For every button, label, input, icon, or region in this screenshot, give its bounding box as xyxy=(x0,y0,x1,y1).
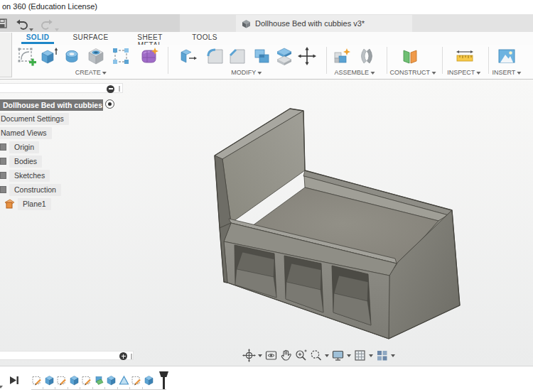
group-label-text: ASSEMBLE xyxy=(334,69,369,76)
browser-item-construction[interactable]: Construction xyxy=(9,184,61,196)
group-label-modify[interactable]: MODIFY xyxy=(231,69,262,76)
timeline-feature-loft[interactable] xyxy=(119,375,129,386)
timeline-feature-extrude[interactable] xyxy=(44,375,55,386)
timeline-feature-sketch[interactable] xyxy=(131,375,141,386)
new-component-button[interactable] xyxy=(331,45,352,67)
tab-surface[interactable]: SURFACE xyxy=(71,33,110,41)
skip-to-end-button[interactable] xyxy=(9,375,20,388)
folder-icon[interactable] xyxy=(0,143,6,151)
group-label-create[interactable]: CREATE xyxy=(75,69,107,76)
display-settings-button[interactable] xyxy=(331,349,345,362)
browser-item-named-views[interactable]: Named Views xyxy=(0,127,52,139)
window-title: on 360 (Education License) xyxy=(2,2,97,11)
timeline-track[interactable] xyxy=(31,389,166,390)
tab-tools[interactable]: TOOLS xyxy=(189,33,220,41)
timeline-tick xyxy=(80,387,80,390)
collapse-browser-button[interactable] xyxy=(107,85,114,93)
radio-dot-icon xyxy=(108,102,112,106)
rectangular-pattern-button[interactable] xyxy=(110,45,131,67)
orbit-button[interactable] xyxy=(242,349,256,362)
fillet-button[interactable] xyxy=(205,45,226,67)
extrude-feature-icon xyxy=(69,375,80,386)
measure-icon xyxy=(454,45,475,67)
browser-item-origin[interactable]: Origin xyxy=(9,141,39,153)
save-button[interactable] xyxy=(0,17,9,30)
timeline-position-marker-stem[interactable] xyxy=(163,376,165,389)
undo-button[interactable] xyxy=(16,17,28,30)
combine-button[interactable] xyxy=(251,45,272,67)
pan-button[interactable] xyxy=(279,349,293,362)
revolve-button[interactable] xyxy=(61,45,82,67)
look-at-button[interactable] xyxy=(264,349,278,362)
group-label-text: CONSTRUCT xyxy=(390,69,430,76)
timeline-tick xyxy=(43,387,43,390)
group-label-text: INSERT xyxy=(492,69,515,76)
browser-item-document-settings[interactable]: Document Settings xyxy=(0,113,69,125)
document-tab[interactable]: Dollhouse Bed with cubbies v3* xyxy=(236,15,412,32)
press-pull-button[interactable] xyxy=(178,45,199,67)
timeline-options-dropdown[interactable] xyxy=(0,379,3,391)
hole-icon xyxy=(85,45,107,67)
offset-face-icon xyxy=(274,45,295,67)
extrude-button[interactable] xyxy=(38,45,60,67)
panel-grip-handle[interactable] xyxy=(119,86,120,92)
construction-plane-icon xyxy=(399,45,421,67)
construction-plane-button[interactable] xyxy=(399,45,421,67)
group-label-insert[interactable]: INSERT xyxy=(492,69,521,76)
zoom-button[interactable] xyxy=(294,349,308,362)
rectangular-pattern-icon xyxy=(110,45,131,67)
hole-button[interactable] xyxy=(85,45,107,67)
root-component-label: Dollhouse Bed with cubbies v3 xyxy=(3,101,103,109)
browser-item-sketches[interactable]: Sketches xyxy=(9,170,50,182)
move-copy-button[interactable] xyxy=(296,45,318,67)
timeline-feature-sketch[interactable] xyxy=(81,375,92,386)
group-label-inspect[interactable]: INSPECT xyxy=(447,69,480,76)
viewports-button[interactable] xyxy=(375,349,389,362)
group-label-assemble[interactable]: ASSEMBLE xyxy=(334,69,375,76)
chevron-down-icon[interactable] xyxy=(391,354,395,357)
timeline-feature-sketch[interactable] xyxy=(31,375,42,386)
tab-solid[interactable]: SOLID xyxy=(21,33,54,41)
chevron-down-icon[interactable] xyxy=(347,354,351,357)
insert-image-button[interactable] xyxy=(496,45,517,67)
expand-panel-button[interactable] xyxy=(119,352,127,360)
timeline-feature-extrude[interactable] xyxy=(144,375,154,386)
group-separator xyxy=(387,47,387,74)
window-zoom-button[interactable] xyxy=(309,349,323,362)
panel-grip-handle[interactable] xyxy=(131,354,132,359)
grid-and-snaps-button[interactable] xyxy=(353,349,367,362)
folder-icon[interactable] xyxy=(0,186,6,193)
browser-item-plane1[interactable]: Plane1 xyxy=(18,198,51,210)
viewports-icon xyxy=(375,349,389,362)
folder-icon[interactable] xyxy=(0,158,6,165)
redo-button[interactable] xyxy=(41,17,53,30)
orbit-icon xyxy=(242,349,256,362)
joint-button[interactable] xyxy=(356,45,377,67)
create-sketch-button[interactable] xyxy=(16,45,37,67)
timeline-tick xyxy=(142,387,143,390)
create-form-button[interactable] xyxy=(138,45,159,67)
measure-button[interactable] xyxy=(454,45,475,67)
chamfer-button[interactable] xyxy=(227,45,248,67)
timeline-feature-extrude[interactable] xyxy=(69,375,80,386)
folder-icon[interactable] xyxy=(0,172,6,179)
extrude-feature-icon xyxy=(44,375,55,386)
chevron-down-icon[interactable] xyxy=(325,354,329,357)
construction-plane-feature-icon xyxy=(94,375,104,386)
group-separator xyxy=(168,47,168,74)
pan-icon xyxy=(279,349,293,362)
timeline-feature-extrude[interactable] xyxy=(106,375,117,386)
group-label-text: CREATE xyxy=(75,69,101,76)
chevron-down-icon[interactable] xyxy=(369,354,373,357)
group-label-construct[interactable]: CONSTRUCT xyxy=(390,69,436,76)
component-activate-radio[interactable] xyxy=(105,99,114,109)
browser-item-bodies[interactable]: Bodies xyxy=(9,156,42,168)
timeline-feature-sketch[interactable] xyxy=(56,375,67,386)
dollhouse-bed-model[interactable] xyxy=(0,80,533,366)
chevron-down-icon[interactable] xyxy=(258,354,262,357)
browser-root-component[interactable]: Dollhouse Bed with cubbies v3 xyxy=(0,99,103,111)
window-zoom-icon xyxy=(309,349,323,362)
offset-face-button[interactable] xyxy=(274,45,295,67)
look-at-icon xyxy=(264,349,278,362)
timeline-feature-plane[interactable] xyxy=(94,375,104,386)
